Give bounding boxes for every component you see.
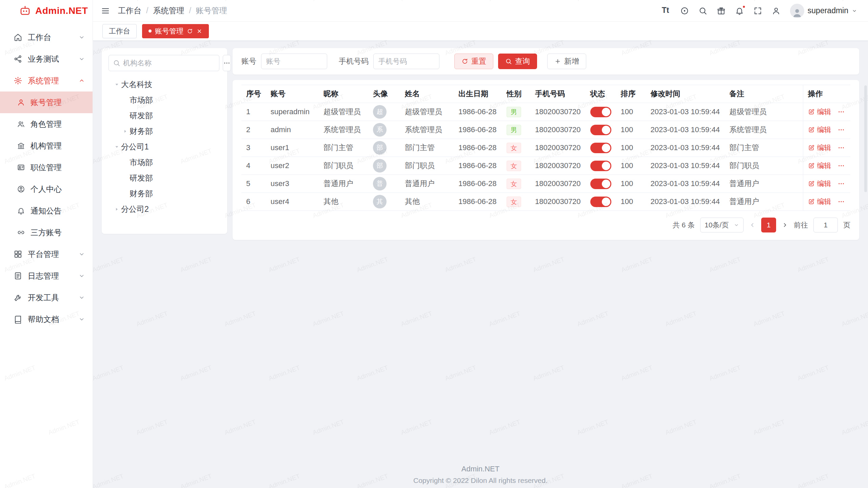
org-search-input[interactable]	[123, 59, 215, 67]
header-search-button[interactable]	[698, 6, 707, 15]
edit-button[interactable]: 编辑	[808, 197, 831, 206]
search-button[interactable]: 查询	[498, 54, 537, 69]
row-more-button[interactable]	[837, 198, 845, 205]
sidebar-item-role-management[interactable]: 角色管理	[0, 113, 93, 135]
row-more-button[interactable]	[837, 180, 845, 187]
sidebar-item-platform-management[interactable]: 平台管理	[0, 243, 93, 265]
edit-button[interactable]: 编辑	[808, 107, 831, 117]
page-1-button[interactable]: 1	[761, 218, 776, 232]
sidebar-item-help-docs[interactable]: 帮助文档	[0, 308, 93, 330]
close-icon[interactable]	[196, 28, 202, 34]
goto-page-input[interactable]	[813, 218, 838, 232]
cell-avatar: 超	[368, 103, 400, 121]
edit-button[interactable]: 编辑	[808, 179, 831, 188]
tree-node[interactable]: 分公司2	[108, 201, 220, 217]
sidebar-item-log-management[interactable]: 日志管理	[0, 265, 93, 287]
reset-button[interactable]: 重置	[454, 54, 493, 69]
user-menu[interactable]: superadmin	[790, 4, 857, 18]
hamburger-menu-button[interactable]	[101, 6, 110, 15]
share-icon	[14, 55, 22, 63]
tab-account-management[interactable]: 账号管理	[142, 24, 209, 38]
breadcrumb-item-system[interactable]: 系统管理	[153, 5, 184, 16]
tree-node[interactable]: 大名科技	[108, 77, 220, 92]
row-more-button[interactable]	[837, 126, 845, 134]
row-more-button[interactable]	[837, 144, 845, 151]
gender-badge: 女	[507, 161, 521, 171]
status-toggle[interactable]	[590, 125, 611, 135]
sidebar-item-org-management[interactable]: 机构管理	[0, 135, 93, 157]
status-toggle[interactable]	[590, 161, 611, 171]
font-size-button[interactable]: Tt	[662, 6, 671, 15]
sidebar-item-label: 机构管理	[31, 141, 62, 151]
status-toggle[interactable]	[590, 107, 611, 117]
footer-app-name: Admin.NET	[93, 465, 868, 473]
tree-node[interactable]: 财务部	[108, 186, 220, 201]
profile-button[interactable]	[772, 6, 781, 15]
edit-button[interactable]: 编辑	[808, 125, 831, 135]
circle-dot-button[interactable]	[680, 6, 689, 15]
refresh-icon[interactable]	[187, 28, 193, 34]
phone-label: 手机号码	[339, 56, 369, 66]
sidebar-item-notice[interactable]: 通知公告	[0, 200, 93, 222]
edit-button[interactable]: 编辑	[808, 161, 831, 170]
edit-icon	[808, 180, 815, 187]
cell-seq: 5	[241, 175, 266, 193]
tree-node[interactable]: 分公司1	[108, 139, 220, 155]
chevron-down-icon	[734, 222, 739, 228]
page-size-select[interactable]: 10条/页	[700, 218, 744, 232]
logo[interactable]: Admin.NET	[0, 0, 93, 22]
tools-icon	[14, 293, 22, 302]
next-page-button[interactable]	[782, 222, 788, 228]
sidebar-item-business-test[interactable]: 业务测试	[0, 48, 93, 70]
sidebar-item-dev-tools[interactable]: 开发工具	[0, 287, 93, 308]
tree-node[interactable]: 市场部	[108, 155, 220, 170]
tab-workbench[interactable]: 工作台	[102, 24, 137, 38]
cell-remark: 普通用户	[725, 193, 803, 211]
row-more-button[interactable]	[837, 162, 845, 169]
edit-button[interactable]: 编辑	[808, 143, 831, 152]
column-header-account: 账号	[266, 85, 319, 103]
sidebar-item-third-party-account[interactable]: 三方账号	[0, 222, 93, 243]
accounts-table-card: 序号账号昵称头像姓名出生日期性别手机号码状态排序修改时间备注操作 1supera…	[233, 80, 859, 240]
account-input[interactable]	[261, 54, 327, 69]
cell-phone: 18020030720	[530, 193, 586, 211]
sidebar-item-personal-center[interactable]: 个人中心	[0, 178, 93, 200]
page-unit-label: 页	[843, 220, 850, 230]
total-count: 共 6 条	[673, 220, 695, 230]
tree-more-button[interactable]	[223, 55, 231, 71]
phone-input[interactable]	[373, 54, 439, 69]
sidebar-item-system-management[interactable]: 系统管理	[0, 70, 93, 92]
row-more-button[interactable]	[837, 108, 845, 116]
filter-bar: 账号 手机号码 重置 查询	[233, 48, 859, 75]
add-button[interactable]: 新增	[547, 54, 586, 69]
gift-button[interactable]	[717, 6, 726, 15]
refresh-icon	[461, 58, 468, 65]
plus-icon	[554, 58, 561, 65]
cell-seq: 6	[241, 193, 266, 211]
sidebar-item-label: 职位管理	[31, 162, 62, 173]
tree-node[interactable]: 市场部	[108, 92, 220, 108]
notification-button[interactable]	[735, 6, 744, 15]
grid-icon	[14, 250, 22, 259]
prev-page-button[interactable]	[749, 222, 756, 228]
sidebar-item-workbench[interactable]: 工作台	[0, 26, 93, 48]
cell-gender: 男	[502, 103, 530, 121]
main-area: 工作台 / 系统管理 / 账号管理 Tt	[93, 0, 868, 488]
chevron-down-icon	[78, 34, 85, 41]
tree-node[interactable]: 研发部	[108, 170, 220, 186]
sidebar-item-account-management[interactable]: 账号管理	[0, 92, 93, 113]
status-toggle[interactable]	[590, 197, 611, 207]
org-search-box[interactable]	[108, 55, 219, 71]
breadcrumb-item-workbench[interactable]: 工作台	[118, 5, 141, 16]
status-toggle[interactable]	[590, 179, 611, 189]
file-icon	[14, 271, 22, 280]
scrollbar-thumb[interactable]	[864, 85, 867, 192]
cell-remark: 普通用户	[725, 175, 803, 193]
tree-node[interactable]: 财务部	[108, 123, 220, 139]
edit-button-label: 编辑	[817, 179, 831, 188]
tree-node[interactable]: 研发部	[108, 108, 220, 123]
fullscreen-button[interactable]	[753, 6, 762, 15]
sidebar-item-position-management[interactable]: 职位管理	[0, 157, 93, 178]
status-toggle[interactable]	[590, 143, 611, 153]
cell-order: 100	[616, 103, 646, 121]
